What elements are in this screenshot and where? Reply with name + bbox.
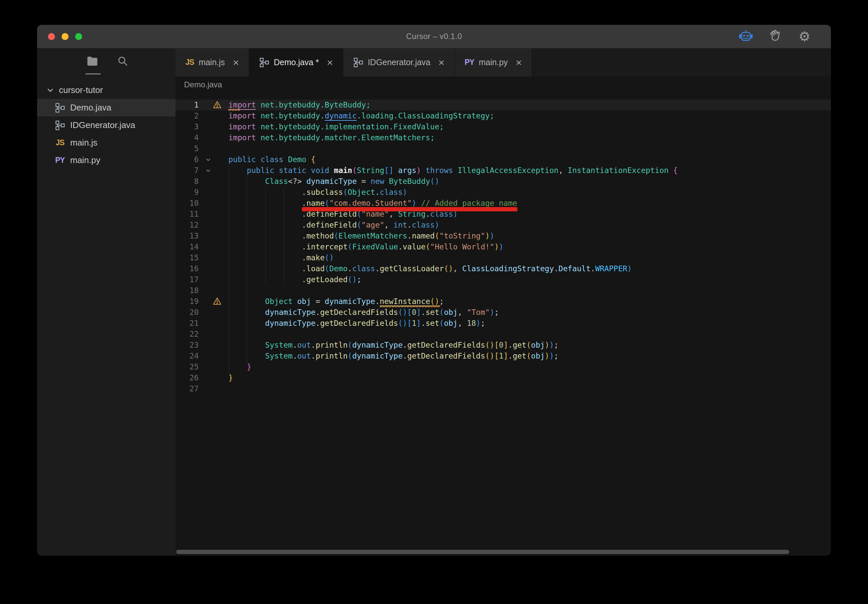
code-line-26[interactable]: 26} — [175, 372, 831, 383]
java-file-icon — [353, 57, 363, 68]
traffic-lights — [48, 33, 82, 40]
tab-idgenerator.java[interactable]: IDGenerator.java× — [343, 48, 455, 76]
sidebar-header — [37, 48, 175, 77]
tab-main.py[interactable]: PYmain.py× — [455, 48, 532, 76]
code-text: .method(ElementMatchers.named("toString"… — [228, 230, 494, 241]
app-window: Cursor – v0.1.0 ⚙ — [37, 25, 831, 556]
tab-label: Demo.java * — [274, 57, 319, 67]
line-number: 8 — [175, 176, 198, 187]
settings-gear-icon[interactable]: ⚙ — [798, 30, 811, 43]
code-line-23[interactable]: 23 System.out.println(dynamicType.getDec… — [175, 340, 831, 351]
warning-icon — [213, 297, 222, 305]
code-text: .load(Demo.class.getClassLoader(), Class… — [228, 263, 632, 274]
line-number: 3 — [175, 121, 198, 132]
code-text: import net.bytebuddy.implementation.Fixe… — [228, 121, 444, 132]
file-row-main.js[interactable]: JSmain.js — [37, 134, 175, 151]
tab-label: main.js — [198, 57, 225, 67]
folder-row-cursor-tutor[interactable]: cursor-tutor — [37, 81, 175, 99]
code-text: public static void main(String[] args) t… — [228, 165, 677, 176]
code-editor[interactable]: 1 import net.bytebuddy.ByteBuddy;2import… — [175, 93, 831, 556]
code-line-9[interactable]: 9 .subclass(Object.class) — [175, 187, 831, 198]
code-line-18[interactable]: 18 — [175, 285, 831, 296]
line-number: 15 — [175, 252, 198, 263]
active-sidebar-view-indicator — [85, 73, 101, 74]
close-tab-icon[interactable]: × — [516, 57, 522, 68]
breadcrumb[interactable]: Demo.java — [175, 76, 831, 93]
warning-squiggle — [380, 305, 440, 307]
code-text: .make() — [228, 252, 334, 263]
code-text: } — [228, 372, 233, 383]
line-number: 21 — [175, 318, 198, 329]
file-label: Demo.java — [70, 102, 111, 113]
code-line-22[interactable]: 22 — [175, 329, 831, 340]
tab-label: IDGenerator.java — [368, 57, 430, 67]
code-line-16[interactable]: 16 .load(Demo.class.getClassLoader(), Cl… — [175, 263, 831, 274]
code-line-7[interactable]: 7 public static void main(String[] args)… — [175, 165, 831, 176]
code-text: import net.bytebuddy.matcher.ElementMatc… — [228, 132, 435, 143]
sidebar: cursor-tutor Demo.java IDGenerator.javaJ… — [37, 48, 175, 556]
code-text: import net.bytebuddy.ByteBuddy; — [228, 100, 370, 110]
fold-chevron-icon[interactable] — [205, 168, 211, 174]
files-folder-icon[interactable] — [87, 56, 98, 66]
assistant-robot-icon[interactable] — [739, 30, 753, 43]
fold-chevron-icon[interactable] — [205, 157, 211, 163]
code-line-3[interactable]: 3import net.bytebuddy.implementation.Fix… — [175, 121, 831, 132]
red-annotation-underline — [302, 207, 518, 212]
close-tab-icon[interactable]: × — [327, 57, 333, 68]
code-text: .defineField("age", int.class) — [228, 219, 439, 230]
line-number: 25 — [175, 361, 198, 372]
file-row-idgenerator.java[interactable]: IDGenerator.java — [37, 116, 175, 134]
warning-icon — [213, 101, 222, 109]
java-file-icon — [55, 103, 65, 113]
code-line-14[interactable]: 14 .intercept(FixedValue.value("Hello Wo… — [175, 241, 831, 252]
search-icon[interactable] — [117, 56, 129, 67]
code-line-2[interactable]: 2import net.bytebuddy.dynamic.loading.Cl… — [175, 110, 831, 121]
code-text: Class<?> dynamicType = new ByteBuddy() — [228, 176, 439, 187]
close-tab-icon[interactable]: × — [233, 57, 239, 68]
line-number: 18 — [175, 285, 198, 296]
code-line-4[interactable]: 4import net.bytebuddy.matcher.ElementMat… — [175, 132, 831, 143]
code-text: .getLoaded(); — [228, 274, 361, 285]
hand-wave-icon[interactable] — [769, 29, 783, 43]
code-line-12[interactable]: 12 .defineField("age", int.class) — [175, 219, 831, 230]
folder-label: cursor-tutor — [59, 85, 103, 95]
zoom-window-button[interactable] — [75, 33, 82, 40]
line-number: 1 — [175, 100, 198, 110]
code-line-24[interactable]: 24 System.out.println(dynamicType.getDec… — [175, 351, 831, 361]
file-row-main.py[interactable]: PYmain.py — [37, 151, 175, 169]
title-bar: Cursor – v0.1.0 ⚙ — [37, 25, 831, 48]
line-number: 14 — [175, 241, 198, 252]
line-number: 4 — [175, 132, 198, 143]
code-line-17[interactable]: 17 .getLoaded(); — [175, 274, 831, 285]
code-line-1[interactable]: 1 import net.bytebuddy.ByteBuddy; — [175, 100, 831, 110]
line-number: 22 — [175, 329, 198, 340]
horizontal-scrollbar-thumb[interactable] — [176, 550, 789, 554]
chevron-down-icon — [46, 87, 54, 94]
line-number: 5 — [175, 143, 198, 154]
code-line-21[interactable]: 21 dynamicType.getDeclaredFields()[1].se… — [175, 318, 831, 329]
code-line-8[interactable]: 8 Class<?> dynamicType = new ByteBuddy() — [175, 176, 831, 187]
code-text: System.out.println(dynamicType.getDeclar… — [228, 351, 558, 361]
code-line-20[interactable]: 20 dynamicType.getDeclaredFields()[0].se… — [175, 307, 831, 318]
file-row-demo.java[interactable]: Demo.java — [37, 99, 175, 116]
breadcrumb-file[interactable]: Demo.java — [184, 80, 222, 89]
code-line-25[interactable]: 25 } — [175, 361, 831, 372]
minimize-window-button[interactable] — [62, 33, 68, 40]
java-file-icon — [259, 57, 269, 68]
close-window-button[interactable] — [48, 33, 55, 40]
code-line-27[interactable]: 27 — [175, 383, 831, 394]
code-line-19[interactable]: 19 Object obj = dynamicType.newInstance(… — [175, 296, 831, 307]
warning-squiggle — [228, 109, 240, 111]
close-tab-icon[interactable]: × — [438, 57, 445, 68]
line-number: 23 — [175, 340, 198, 351]
line-number: 20 — [175, 307, 198, 318]
code-line-15[interactable]: 15 .make() — [175, 252, 831, 263]
code-line-13[interactable]: 13 .method(ElementMatchers.named("toStri… — [175, 230, 831, 241]
tab-main.js[interactable]: JSmain.js× — [175, 48, 249, 76]
code-line-6[interactable]: 6public class Demo { — [175, 154, 831, 165]
code-text: .subclass(Object.class) — [228, 187, 407, 198]
code-line-5[interactable]: 5 — [175, 143, 831, 154]
tab-demo.java[interactable]: Demo.java *× — [249, 48, 343, 76]
line-number: 26 — [175, 372, 198, 383]
file-explorer: cursor-tutor Demo.java IDGenerator.javaJ… — [37, 81, 175, 169]
